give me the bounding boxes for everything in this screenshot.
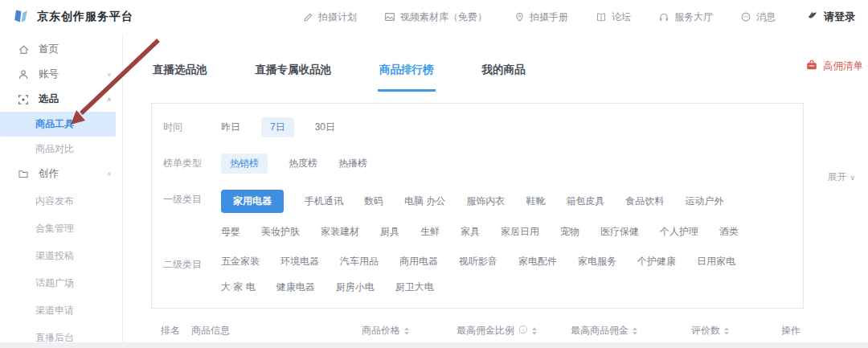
- filter-option[interactable]: 热播榜: [338, 157, 367, 170]
- sidebar-item-content-publish[interactable]: 内容发布: [0, 189, 122, 214]
- filter-option[interactable]: 宠物: [560, 225, 579, 239]
- filter-option[interactable]: 家用电器: [221, 190, 284, 213]
- chevron-up-icon: ∧: [106, 171, 112, 178]
- filter-option[interactable]: 商用电器: [399, 255, 438, 268]
- filter-option[interactable]: 家居日用: [501, 225, 539, 239]
- sidebar-item-creation[interactable]: 创作∧: [0, 162, 122, 186]
- filter-option[interactable]: 视听影音: [459, 255, 497, 268]
- filter-option[interactable]: 大 家 电: [221, 280, 256, 294]
- filter-option[interactable]: 30日: [315, 121, 335, 134]
- header-nav-label: 拍摄手册: [530, 10, 568, 24]
- folder-icon: [18, 169, 30, 179]
- filter-option[interactable]: 热度榜: [289, 157, 317, 170]
- sidebar-item-product-tools[interactable]: 商品工具: [0, 112, 116, 137]
- filter-option[interactable]: 五金家装: [221, 255, 260, 268]
- filter-option[interactable]: 热销榜: [221, 154, 268, 174]
- chevron-up-icon: ∧: [106, 96, 112, 103]
- tab-exclusive-pool[interactable]: 直播专属收品池: [254, 63, 334, 92]
- sort-icon[interactable]: [724, 327, 729, 335]
- header-nav-shoot-manual[interactable]: 拍摄手册: [514, 10, 568, 24]
- header-nav: 拍摄计划视频素材库（免费）拍摄手册论坛服务大厅消息: [303, 10, 776, 24]
- app-title: 京东创作服务平台: [37, 10, 133, 24]
- filter-option[interactable]: 鞋靴: [526, 194, 545, 208]
- header-nav-shoot-plan[interactable]: 拍摄计划: [303, 10, 357, 24]
- sidebar-item-channel-apply[interactable]: 渠道申请: [0, 298, 122, 323]
- expand-label: 展开: [827, 170, 846, 184]
- sidebar-item-channel-submit[interactable]: 渠道投稿: [0, 244, 122, 268]
- filter-option[interactable]: 酒类: [719, 225, 739, 239]
- header-nav-service-hall[interactable]: 服务大厅: [658, 10, 713, 24]
- jd-logo[interactable]: 京东创作服务平台: [11, 6, 133, 28]
- filter-option[interactable]: 7日: [261, 117, 294, 137]
- sort-icon[interactable]: [532, 327, 537, 335]
- filter-option[interactable]: 家电配件: [518, 255, 557, 268]
- column-header: 操作: [781, 324, 863, 338]
- tab-label: 商品排行榜: [379, 63, 434, 76]
- login-button[interactable]: 请登录: [806, 10, 855, 24]
- sidebar-item-collection-manage[interactable]: 合集管理: [0, 216, 122, 241]
- user-icon: [18, 69, 30, 80]
- filter-option[interactable]: 昨日: [221, 121, 240, 134]
- filter-option[interactable]: 家装建材: [321, 225, 359, 239]
- tabs: 直播选品池直播专属收品池商品排行榜我的商品: [151, 63, 572, 92]
- filter-option[interactable]: 健康电器: [276, 280, 315, 294]
- filter-option[interactable]: 电脑 办公: [404, 194, 445, 208]
- filter-option[interactable]: 日用家电: [697, 255, 735, 268]
- tab-live-pool[interactable]: 直播选品池: [151, 63, 209, 92]
- filter-option[interactable]: 家电服务: [578, 255, 616, 268]
- filter-option[interactable]: 母婴: [221, 225, 240, 239]
- tab-ranking[interactable]: 商品排行榜: [378, 63, 436, 92]
- main-content: 直播选品池直播专属收品池商品排行榜我的商品 高佣清单 时间昨日7日30日榜单类型…: [123, 34, 868, 348]
- high-commission-link[interactable]: 高佣清单: [805, 59, 863, 74]
- column-label: 商品价格: [362, 324, 400, 338]
- tab-bar: 直播选品池直播专属收品池商品排行榜我的商品 高佣清单: [123, 34, 868, 92]
- home-icon: [18, 44, 30, 55]
- column-header: 排名: [151, 324, 191, 338]
- red-pouch-icon: [805, 59, 818, 74]
- column-header: 商品价格: [362, 324, 457, 338]
- column-label: 排名: [161, 324, 180, 338]
- sidebar-item-label: 创作: [39, 167, 59, 181]
- filter-option[interactable]: 手机通讯: [305, 194, 343, 208]
- filter-row-list-type: 榜单类型热销榜热度榜热播榜: [152, 145, 803, 182]
- sidebar-item-topic-plaza[interactable]: 话题广场: [0, 271, 122, 296]
- headset-icon: [658, 12, 669, 23]
- header-nav-message[interactable]: 消息: [740, 10, 776, 24]
- filter-option[interactable]: 环境电器: [280, 255, 319, 268]
- sort-icon[interactable]: [404, 327, 409, 335]
- filter-option[interactable]: 美妆护肤: [261, 225, 300, 239]
- sort-icon[interactable]: [633, 327, 637, 335]
- message-icon: [740, 11, 751, 23]
- filter-option[interactable]: 箱包皮具: [566, 194, 604, 208]
- filter-option[interactable]: 个人护理: [660, 225, 698, 239]
- filter-option[interactable]: 汽车用品: [340, 255, 379, 268]
- column-label: 操作: [781, 324, 800, 338]
- filter-option[interactable]: 个护健康: [637, 255, 676, 268]
- filter-option[interactable]: 医疗保健: [600, 225, 639, 239]
- filter-option[interactable]: 服饰内衣: [466, 194, 505, 208]
- filter-option[interactable]: 生鲜: [420, 225, 440, 239]
- filter-options: 热销榜热度榜热播榜: [221, 154, 792, 174]
- header-nav-forum[interactable]: 论坛: [596, 10, 631, 24]
- sidebar-item-home[interactable]: 首页: [0, 37, 122, 62]
- header-nav-video-material[interactable]: 视频素材库（免费）: [384, 10, 487, 24]
- header-nav-label: 论坛: [612, 10, 631, 24]
- filter-option[interactable]: 数码: [364, 194, 383, 208]
- column-header: 评价数: [691, 324, 781, 338]
- filter-option[interactable]: 厨具: [380, 225, 399, 239]
- filter-label: 时间: [163, 117, 221, 137]
- filter-option[interactable]: 厨卫大电: [395, 280, 434, 294]
- filter-option[interactable]: 家具: [461, 225, 480, 239]
- location-pin-icon: [514, 11, 525, 23]
- sidebar-item-label: 选品: [39, 92, 59, 106]
- sidebar-item-product-compare[interactable]: 商品对比: [0, 137, 122, 162]
- column-label: 最高佣金比例: [457, 324, 514, 338]
- filter-option[interactable]: 运动户外: [685, 194, 723, 208]
- sidebar-item-selection[interactable]: 选品∧: [0, 87, 122, 112]
- filter-option[interactable]: 食品饮料: [625, 194, 664, 208]
- tab-my-products[interactable]: 我的商品: [481, 63, 527, 92]
- pencil-icon: [303, 12, 313, 23]
- sidebar-item-account[interactable]: 账号∨: [0, 62, 122, 87]
- expand-button[interactable]: 展开 ∨: [827, 170, 855, 184]
- filter-option[interactable]: 厨房小电: [336, 280, 375, 294]
